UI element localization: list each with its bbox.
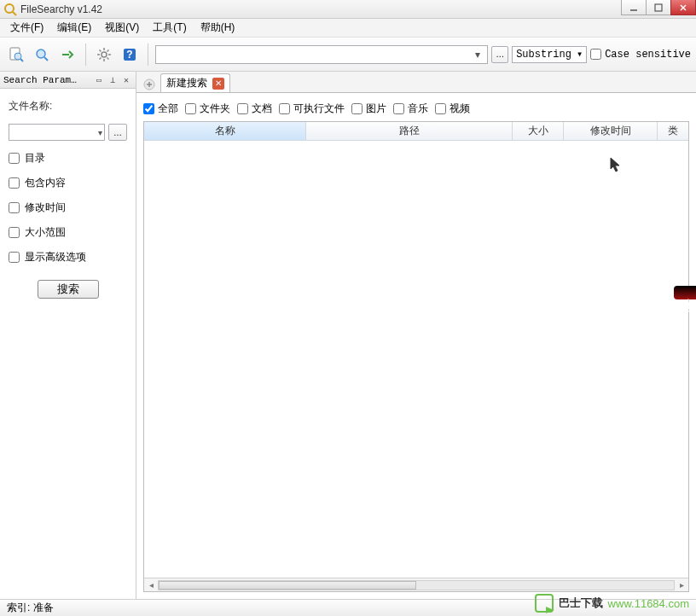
search-button[interactable]: 搜索 (38, 280, 99, 299)
mod-time-checkbox[interactable]: 修改时间 (9, 200, 127, 215)
svg-line-1 (13, 12, 16, 15)
watermark: 巴士下载 www.11684.com (535, 594, 689, 613)
filter-all[interactable]: 全部 (143, 102, 178, 116)
directory-checkbox[interactable]: 目录 (9, 151, 127, 166)
svg-line-16 (100, 49, 102, 51)
filter-folder[interactable]: 文件夹 (185, 102, 230, 116)
title-bar: FileSearchy v1.42 (0, 0, 696, 19)
panel-float-icon[interactable]: ▭ (93, 74, 105, 86)
filter-executable[interactable]: 可执行文件 (279, 102, 345, 116)
search-params-panel: Search Param… ▭ ⟂ ✕ 文件名称: ▾ … 目录 包含内容 修改… (0, 72, 136, 599)
tab-strip: 新建搜索 ✕ (136, 72, 696, 92)
svg-text:?: ? (126, 49, 132, 61)
menu-file[interactable]: 文件(F) (3, 19, 50, 37)
filename-browse-button[interactable]: … (108, 124, 127, 141)
tab-label: 新建搜索 (166, 76, 207, 90)
search-params-title: Search Param… (3, 75, 77, 85)
toolbar: ? ▾ … Substring ▾ Case sensitive (0, 38, 696, 72)
tab-close-icon[interactable]: ✕ (212, 78, 224, 90)
column-modified[interactable]: 修改时间 (564, 122, 658, 140)
panel-close-icon[interactable]: ✕ (120, 74, 132, 86)
case-sensitive-checkbox-input[interactable] (590, 49, 601, 60)
search-input[interactable] (160, 49, 472, 61)
svg-line-8 (20, 59, 23, 61)
results-header: 名称 路径 大小 修改时间 类 (144, 122, 688, 141)
filter-image[interactable]: 图片 (351, 102, 386, 116)
svg-point-0 (5, 4, 14, 13)
filter-music[interactable]: 音乐 (393, 102, 428, 116)
menu-view[interactable]: 视图(V) (98, 19, 146, 37)
svg-line-10 (44, 57, 48, 61)
tab-new-search[interactable]: 新建搜索 ✕ (160, 73, 230, 92)
results-body (144, 141, 688, 578)
search-index-icon-button[interactable] (31, 44, 53, 66)
scroll-track[interactable] (158, 580, 675, 590)
search-mode-select[interactable]: Substring ▾ (512, 46, 587, 63)
side-badge: 大救天下 (674, 286, 696, 299)
scroll-thumb[interactable] (159, 581, 416, 590)
search-input-container: ▾ (155, 45, 488, 64)
size-range-checkbox[interactable]: 大小范围 (9, 225, 127, 240)
browse-button[interactable]: … (491, 46, 508, 63)
close-button[interactable] (670, 0, 696, 15)
panel-pin-icon[interactable]: ⟂ (107, 74, 119, 86)
horizontal-scrollbar[interactable]: ◂ ▸ (144, 578, 688, 591)
show-advanced-checkbox[interactable]: 显示高级选项 (9, 250, 127, 264)
toolbar-separator-2 (148, 44, 148, 66)
case-sensitive-checkbox[interactable]: Case sensitive (590, 49, 691, 61)
case-sensitive-label: Case sensitive (605, 49, 691, 61)
scroll-right-icon[interactable]: ▸ (675, 579, 688, 591)
svg-line-17 (107, 57, 109, 59)
results-table: 名称 路径 大小 修改时间 类 ◂ ▸ (143, 121, 689, 592)
add-tab-button[interactable] (142, 77, 157, 92)
filename-label: 文件名称: (9, 99, 127, 113)
search-history-dropdown-icon[interactable]: ▾ (472, 49, 484, 61)
toolbar-separator (85, 44, 86, 66)
watermark-icon (535, 594, 554, 613)
scroll-left-icon[interactable]: ◂ (144, 579, 158, 591)
new-search-icon-button[interactable] (5, 44, 27, 66)
chevron-down-icon: ▾ (98, 128, 102, 137)
settings-icon-button[interactable] (93, 44, 115, 66)
help-icon-button[interactable]: ? (119, 44, 141, 66)
column-size[interactable]: 大小 (513, 122, 564, 140)
filter-row: 全部 文件夹 文档 可执行文件 图片 音乐 视频 (136, 93, 696, 121)
svg-point-11 (102, 52, 107, 57)
svg-rect-3 (655, 4, 662, 11)
include-content-checkbox[interactable]: 包含内容 (9, 176, 127, 190)
window-controls (622, 0, 696, 17)
maximize-button[interactable] (646, 0, 671, 15)
filename-combo[interactable]: ▾ (9, 124, 105, 141)
svg-line-19 (100, 57, 102, 59)
menu-bar: 文件(F) 编辑(E) 视图(V) 工具(T) 帮助(H) (0, 19, 696, 38)
menu-tools[interactable]: 工具(T) (146, 19, 193, 37)
search-mode-value: Substring (516, 49, 571, 61)
column-type[interactable]: 类 (658, 122, 688, 140)
minimize-button[interactable] (621, 0, 647, 15)
cursor-icon (609, 156, 623, 173)
chevron-down-icon: ▾ (577, 48, 583, 61)
menu-edit[interactable]: 编辑(E) (50, 19, 98, 37)
watermark-url: www.11684.com (608, 597, 689, 610)
menu-help[interactable]: 帮助(H) (194, 19, 242, 37)
filter-document[interactable]: 文档 (237, 102, 272, 116)
svg-point-7 (14, 53, 21, 60)
search-params-header: Search Param… ▭ ⟂ ✕ (0, 72, 136, 89)
column-name[interactable]: 名称 (144, 122, 306, 140)
svg-point-9 (37, 49, 45, 58)
watermark-name: 巴士下载 (559, 596, 603, 611)
column-path[interactable]: 路径 (306, 122, 513, 140)
filter-video[interactable]: 视频 (435, 102, 470, 116)
go-icon-button[interactable] (56, 44, 78, 66)
main-area: 新建搜索 ✕ 全部 文件夹 文档 可执行文件 图片 音乐 视频 名称 路径 大小… (136, 72, 696, 599)
svg-line-18 (107, 49, 109, 51)
status-text: 索引: 准备 (7, 601, 54, 615)
app-icon (3, 3, 17, 16)
window-title: FileSearchy v1.42 (20, 3, 102, 15)
